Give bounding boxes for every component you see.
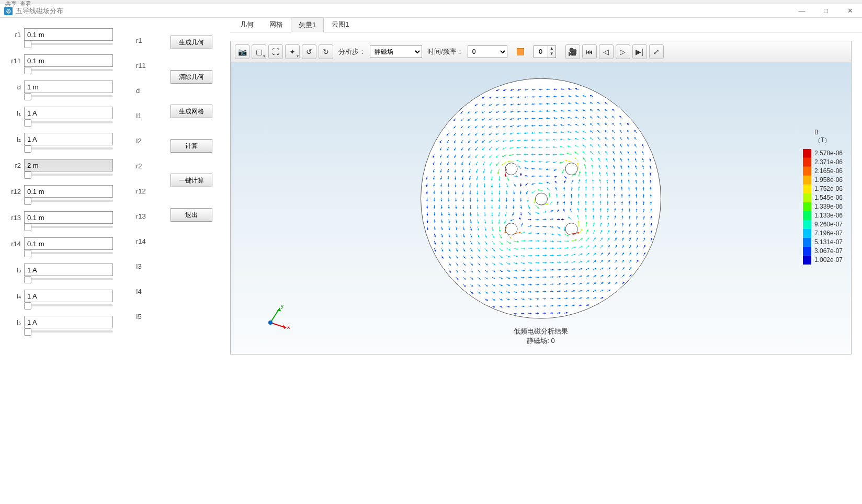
svg-marker-565 xyxy=(434,228,435,230)
svg-marker-563 xyxy=(427,228,429,230)
svg-marker-523 xyxy=(519,232,520,234)
next-frame-icon[interactable]: ▶| xyxy=(632,44,647,59)
fullscreen-icon[interactable]: ⤢ xyxy=(649,44,664,59)
record-icon[interactable]: 🎥 xyxy=(565,44,580,59)
time-select[interactable]: 0 xyxy=(468,45,507,58)
minimize-button[interactable]: — xyxy=(790,4,814,18)
g-label-r14: r14 xyxy=(136,237,157,245)
g-label-r12: r12 xyxy=(136,187,157,195)
svg-marker-767 xyxy=(484,208,486,209)
param-input-d[interactable] xyxy=(24,81,113,93)
svg-marker-1337 xyxy=(546,139,547,141)
one-click-button[interactable]: 一键计算 xyxy=(171,174,212,187)
param-label-I4: I₄ xyxy=(5,292,21,300)
rotate-left-icon[interactable]: ↺ xyxy=(302,44,316,59)
menu-strip: 共享 查看 xyxy=(0,0,862,4)
rotate-right-icon[interactable]: ↻ xyxy=(319,44,333,59)
param-input-r1[interactable] xyxy=(24,28,113,41)
param-input-I1[interactable] xyxy=(24,107,113,119)
svg-marker-409 xyxy=(545,247,547,249)
param-slider-r11[interactable] xyxy=(24,69,113,71)
tab-geom[interactable]: 几何 xyxy=(232,17,262,32)
param-slider-I4[interactable] xyxy=(24,304,113,306)
param-input-r14[interactable] xyxy=(24,237,113,250)
window-title: 五导线磁场分布 xyxy=(16,6,63,16)
param-input-r12[interactable] xyxy=(24,185,113,198)
svg-marker-903 xyxy=(520,192,522,194)
param-input-I4[interactable] xyxy=(24,290,113,302)
svg-marker-771 xyxy=(498,208,500,209)
svg-marker-1539 xyxy=(546,110,548,112)
svg-marker-477 xyxy=(575,239,576,241)
vector-field-plot xyxy=(421,78,661,319)
param-input-r13[interactable] xyxy=(24,211,113,224)
svg-marker-1219 xyxy=(539,154,540,156)
svg-marker-939 xyxy=(650,187,652,189)
tab-cloud1[interactable]: 云图1 xyxy=(324,17,357,32)
frame-up[interactable]: ▲ xyxy=(548,46,555,51)
g-label-r1: r1 xyxy=(136,37,157,44)
param-slider-r13[interactable] xyxy=(24,226,113,228)
param-slider-r14[interactable] xyxy=(24,252,113,254)
svg-marker-189 xyxy=(545,276,547,278)
svg-marker-463 xyxy=(524,240,526,242)
axes-icon[interactable]: ✦▾ xyxy=(285,44,300,59)
svg-point-1653 xyxy=(505,163,517,175)
maximize-button[interactable]: □ xyxy=(814,4,838,18)
close-button[interactable]: ✕ xyxy=(838,4,862,18)
svg-marker-745 xyxy=(636,209,638,210)
svg-marker-621 xyxy=(650,223,652,225)
frame-input[interactable] xyxy=(534,46,548,58)
snapshot-icon[interactable]: 📷 xyxy=(235,44,249,59)
param-input-I3[interactable] xyxy=(24,264,113,276)
svg-marker-667 xyxy=(585,215,587,216)
svg-marker-885 xyxy=(455,192,457,194)
step-select[interactable]: 静磁场 xyxy=(370,45,422,58)
svg-marker-761 xyxy=(462,207,464,209)
tab-mesh[interactable]: 网格 xyxy=(262,17,291,32)
svg-marker-809 xyxy=(636,201,638,203)
svg-marker-757 xyxy=(448,207,450,209)
frame-down[interactable]: ▼ xyxy=(548,51,555,56)
prev-frame-icon[interactable]: ◁ xyxy=(599,44,614,59)
clr-geom-button[interactable]: 清除几何 xyxy=(171,70,212,84)
param-slider-I2[interactable] xyxy=(24,147,113,150)
svg-marker-753 xyxy=(434,207,436,209)
legend-value-12: 1.002e-07 xyxy=(814,256,843,264)
param-input-r2[interactable] xyxy=(24,159,113,171)
fit-view-icon[interactable]: ⛶ xyxy=(268,44,283,59)
svg-point-1652 xyxy=(536,193,548,205)
param-slider-I3[interactable] xyxy=(24,278,113,280)
svg-marker-1543 xyxy=(561,110,562,112)
exit-button[interactable]: 退出 xyxy=(171,208,212,222)
param-slider-d[interactable] xyxy=(24,95,113,97)
app-logo: ◎ xyxy=(4,7,13,15)
svg-marker-751 xyxy=(426,207,428,209)
svg-marker-915 xyxy=(563,187,565,189)
svg-marker-1213 xyxy=(516,154,518,156)
first-frame-icon[interactable]: ⏮ xyxy=(582,44,597,59)
legend-chip-10 xyxy=(803,238,811,247)
svg-marker-699 xyxy=(470,214,472,216)
svg-marker-1649 xyxy=(568,88,570,90)
play-icon[interactable]: ▷ xyxy=(616,44,630,59)
view-cube-icon[interactable]: ▢▾ xyxy=(252,44,266,59)
param-input-I5[interactable] xyxy=(24,316,113,328)
tab-vec1[interactable]: 矢量1 xyxy=(291,17,324,32)
frame-spinner[interactable]: ▲▼ xyxy=(534,45,556,58)
param-slider-I1[interactable] xyxy=(24,121,113,123)
param-slider-r12[interactable] xyxy=(24,200,113,202)
svg-marker-1 xyxy=(515,313,517,315)
param-slider-r1[interactable] xyxy=(24,43,113,45)
viz-canvas[interactable]: 低频电磁分析结果 静磁场: 0 x y xyxy=(231,62,851,354)
gen-geom-button[interactable]: 生成几何 xyxy=(171,36,212,49)
compute-button[interactable]: 计算 xyxy=(171,139,212,153)
svg-marker-133 xyxy=(516,284,517,285)
param-input-r11[interactable] xyxy=(24,54,113,67)
param-slider-r2[interactable] xyxy=(24,174,113,176)
gen-mesh-button[interactable]: 生成网格 xyxy=(171,105,212,118)
svg-marker-1583 xyxy=(561,102,562,105)
param-slider-I5[interactable] xyxy=(24,330,113,333)
param-input-I2[interactable] xyxy=(24,133,113,145)
plot-title: 低频电磁分析结果 静磁场: 0 xyxy=(514,327,568,346)
